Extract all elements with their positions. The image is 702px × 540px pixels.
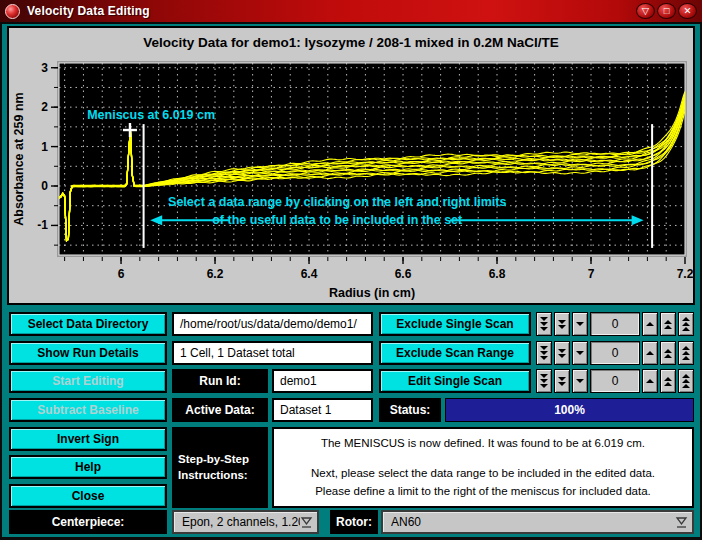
instruction-line: Please define a limit to the right of th… bbox=[274, 483, 692, 500]
show-run-details-button[interactable]: Show Run Details bbox=[9, 341, 167, 365]
spin-down-x2-icon[interactable] bbox=[554, 341, 570, 365]
spin-up-x2-icon[interactable] bbox=[660, 369, 676, 393]
velocity-plot[interactable]: Meniscus at 6.019 cmSelect a data range … bbox=[9, 55, 693, 303]
spin-down-x2-icon[interactable] bbox=[554, 312, 570, 336]
instruction-line: The MENISCUS is now defined. It was foun… bbox=[274, 435, 692, 452]
spin-up-x3-icon[interactable] bbox=[678, 312, 694, 336]
start-editing-button[interactable]: Start Editing bbox=[9, 369, 167, 393]
centerpiece-dropdown[interactable]: Epon, 2 channels, 1.20 mm bbox=[172, 510, 319, 534]
chart-title: Velocity Data for demo1: lysozyme / 208-… bbox=[9, 28, 693, 55]
exclude-single-scan-button[interactable]: Exclude Single Scan bbox=[379, 312, 531, 336]
spin-down-icon[interactable] bbox=[572, 341, 588, 365]
svg-text:7.2: 7.2 bbox=[677, 267, 693, 281]
svg-text:6.4: 6.4 bbox=[301, 267, 318, 281]
maximize-window-icon[interactable]: □ bbox=[657, 3, 676, 19]
active-data-field[interactable]: Dataset 1 bbox=[272, 398, 373, 422]
subtract-baseline-button[interactable]: Subtract Baseline bbox=[9, 398, 167, 422]
spin-down-icon[interactable] bbox=[572, 369, 588, 393]
chart-panel: Velocity Data for demo1: lysozyme / 208-… bbox=[7, 26, 695, 305]
spin-up-x2-icon[interactable] bbox=[660, 312, 676, 336]
spin-up-icon[interactable] bbox=[642, 312, 658, 336]
status-label: Status: bbox=[379, 398, 441, 422]
svg-text:6.2: 6.2 bbox=[207, 267, 224, 281]
spin-down-x2-icon[interactable] bbox=[554, 369, 570, 393]
svg-text:6: 6 bbox=[118, 267, 125, 281]
titlebar[interactable]: Velocity Data Editing ▽ □ ✕ bbox=[0, 0, 702, 22]
svg-text:Absorbance at 259 nm: Absorbance at 259 nm bbox=[12, 92, 26, 225]
svg-text:6.8: 6.8 bbox=[489, 267, 506, 281]
svg-text:-1: -1 bbox=[37, 218, 48, 232]
spin-down-icon[interactable] bbox=[572, 312, 588, 336]
centerpiece-label: Centerpiece: bbox=[9, 510, 167, 534]
spin-up-x3-icon[interactable] bbox=[678, 341, 694, 365]
spin-up-x2-icon[interactable] bbox=[660, 341, 676, 365]
combo-arrow-icon bbox=[675, 516, 688, 529]
combo-arrow-icon bbox=[300, 516, 313, 529]
rotor-value: AN60 bbox=[391, 515, 675, 529]
active-data-label: Active Data: bbox=[172, 398, 268, 422]
centerpiece-value: Epon, 2 channels, 1.20 mm bbox=[182, 515, 300, 529]
edit-single-scan-counter: 0 bbox=[536, 369, 694, 393]
svg-text:Radius (in cm): Radius (in cm) bbox=[329, 286, 415, 300]
spin-down-x3-icon[interactable] bbox=[536, 369, 552, 393]
spin-down-x3-icon[interactable] bbox=[536, 312, 552, 336]
app-menu-icon[interactable] bbox=[5, 4, 20, 19]
help-button[interactable]: Help bbox=[9, 455, 167, 479]
exclude-single-scan-counter: 0 bbox=[536, 312, 694, 336]
close-window-icon[interactable]: ✕ bbox=[678, 3, 697, 19]
svg-text:6.6: 6.6 bbox=[395, 267, 412, 281]
status-progress-bar: 100% bbox=[445, 398, 694, 422]
run-id-label: Run Id: bbox=[172, 369, 268, 393]
velocity-data-editing-window: Velocity Data Editing ▽ □ ✕ Velocity Dat… bbox=[0, 0, 702, 540]
data-directory-field[interactable]: /home/root/us/data/demo/demo1/ bbox=[172, 312, 373, 336]
instruction-line: Next, please select the data range to be… bbox=[274, 465, 692, 482]
spin-down-x3-icon[interactable] bbox=[536, 341, 552, 365]
instructions-label-line1: Step-by-Step bbox=[178, 452, 267, 468]
cell-dataset-info-field[interactable]: 1 Cell, 1 Dataset total bbox=[172, 341, 373, 365]
spin-up-icon[interactable] bbox=[642, 341, 658, 365]
invert-sign-button[interactable]: Invert Sign bbox=[9, 427, 167, 451]
close-button[interactable]: Close bbox=[9, 484, 167, 508]
spin-up-icon[interactable] bbox=[642, 369, 658, 393]
svg-text:1: 1 bbox=[41, 140, 48, 154]
svg-text:7: 7 bbox=[588, 267, 595, 281]
svg-text:3: 3 bbox=[41, 61, 48, 75]
edit-single-scan-button[interactable]: Edit Single Scan bbox=[379, 369, 531, 393]
counter-value[interactable]: 0 bbox=[590, 369, 640, 393]
instructions-panel: The MENISCUS is now defined. It was foun… bbox=[272, 427, 694, 508]
counter-value[interactable]: 0 bbox=[590, 312, 640, 336]
svg-text:2: 2 bbox=[41, 100, 48, 114]
counter-value[interactable]: 0 bbox=[590, 341, 640, 365]
select-data-directory-button[interactable]: Select Data Directory bbox=[9, 312, 167, 336]
rotor-dropdown[interactable]: AN60 bbox=[381, 510, 694, 534]
svg-text:Select a data range by clickin: Select a data range by clicking on the l… bbox=[168, 195, 506, 209]
exclude-scan-range-button[interactable]: Exclude Scan Range bbox=[379, 341, 531, 365]
exclude-scan-range-counter: 0 bbox=[536, 341, 694, 365]
rotor-label: Rotor: bbox=[330, 510, 378, 534]
shade-window-icon[interactable]: ▽ bbox=[636, 3, 655, 19]
spin-up-x3-icon[interactable] bbox=[678, 369, 694, 393]
instructions-label: Step-by-Step Instructions: bbox=[172, 427, 268, 508]
run-id-field[interactable]: demo1 bbox=[272, 369, 373, 393]
svg-text:of the useful data to be inclu: of the useful data to be included in the… bbox=[212, 213, 463, 227]
window-title: Velocity Data Editing bbox=[27, 4, 634, 18]
svg-text:0: 0 bbox=[41, 179, 48, 193]
instructions-label-line2: Instructions: bbox=[178, 468, 267, 484]
svg-text:Meniscus at 6.019 cm: Meniscus at 6.019 cm bbox=[87, 108, 215, 122]
